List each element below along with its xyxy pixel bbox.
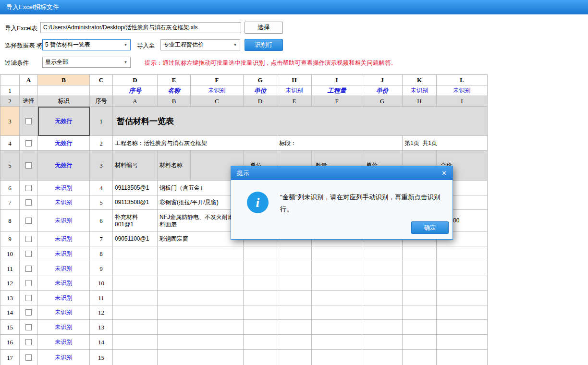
col-header-c[interactable]: C [90,75,113,85]
row-checkbox[interactable] [25,354,32,361]
code-cell[interactable] [113,335,158,350]
row-number-cell[interactable]: 4 [0,136,20,151]
label-cell[interactable]: A [113,96,158,107]
grid-cell[interactable] [403,276,437,291]
checkbox-cell[interactable] [20,350,38,365]
grid-cell[interactable] [362,305,403,320]
seq-cell[interactable]: 4 [90,181,113,195]
header-cell[interactable]: 材料名称 [158,151,191,181]
seq-cell[interactable]: 8 [90,246,113,261]
col-header-l[interactable]: L [437,75,488,85]
row-number-cell[interactable]: 13 [0,291,20,305]
label-cell[interactable]: D [244,96,277,107]
grid-cell[interactable] [362,350,403,365]
status-cell[interactable]: 未识别 [38,232,90,246]
grid-cell[interactable] [277,305,312,320]
ok-button[interactable]: 确定 [411,221,449,234]
status-cell[interactable]: 未识别 [38,350,90,365]
seq-cell[interactable]: 1 [90,107,113,136]
seq-cell[interactable]: 7 [90,232,113,246]
row-number-cell[interactable]: 12 [0,276,20,291]
seq-cell[interactable]: 11 [90,291,113,305]
col-header-g[interactable]: G [244,75,277,85]
label-cell[interactable]: 序号 [90,96,113,107]
row-number-cell[interactable]: 9 [0,232,20,246]
code-cell[interactable]: 09113505@1 [113,181,158,195]
grid-cell[interactable] [362,261,403,276]
checkbox-cell[interactable] [20,107,38,136]
mapping-cell[interactable]: 单位 [244,85,277,96]
grid-cell[interactable] [403,350,437,365]
grid-cell[interactable] [38,85,90,96]
grid-cell[interactable] [244,291,277,305]
status-cell[interactable]: 未识别 [38,246,90,261]
mapping-cell[interactable]: 未识别 [403,85,437,96]
mapping-cell[interactable]: 名称 [158,85,191,96]
grid-cell[interactable] [90,85,113,96]
status-cell[interactable]: 未识别 [38,320,90,335]
chevron-down-icon[interactable]: ▼ [232,40,239,50]
row-number-cell[interactable]: 14 [0,305,20,320]
grid-cell[interactable] [437,320,488,335]
page-cell[interactable]: 第1页 共1页 [403,136,488,151]
col-header-k[interactable]: K [403,75,437,85]
grid-cell[interactable] [437,350,488,365]
row-checkbox[interactable] [25,280,32,286]
row-checkbox[interactable] [25,199,32,206]
grid-cell[interactable] [437,305,488,320]
row-checkbox[interactable] [25,266,32,272]
col-header-j[interactable]: J [362,75,403,85]
grid-cell[interactable] [244,305,277,320]
row-number-cell[interactable]: 10 [0,246,20,261]
grid-cell[interactable] [437,276,488,291]
grid-cell[interactable] [277,276,312,291]
grid-cell[interactable] [312,291,362,305]
checkbox-cell[interactable] [20,195,38,210]
label-cell[interactable]: 选择 [20,96,38,107]
grid-cell[interactable] [244,335,277,350]
label-cell[interactable]: F [312,96,362,107]
checkbox-cell[interactable] [20,276,38,291]
grid-cell[interactable] [277,261,312,276]
row-number-cell[interactable]: 16 [0,335,20,350]
name-cell[interactable] [158,320,244,335]
status-cell[interactable]: 未识别 [38,210,90,232]
sheet-title-cell[interactable]: 暂估材料一览表 [113,107,488,136]
grid-cell[interactable] [362,335,403,350]
grid-cell[interactable] [244,246,277,261]
col-header-i[interactable]: I [312,75,362,85]
grid-cell[interactable] [362,320,403,335]
row-checkbox[interactable] [25,218,32,224]
label-cell[interactable]: G [362,96,403,107]
seq-cell[interactable]: 10 [90,276,113,291]
label-cell[interactable]: E [277,96,312,107]
seq-cell[interactable]: 12 [90,305,113,320]
grid-cell[interactable] [403,246,437,261]
code-cell[interactable]: 补充材料001@1 [113,210,158,232]
choose-file-button[interactable]: 选择 [245,22,283,34]
grid-cell[interactable] [403,261,437,276]
checkbox-cell[interactable] [20,151,38,181]
mapping-cell[interactable]: 单价 [362,85,403,96]
filter-select[interactable]: 显示全部 ▼ [42,57,131,68]
grid-cell[interactable] [277,320,312,335]
label-cell[interactable]: 标识 [38,96,90,107]
row-checkbox[interactable] [25,339,32,345]
label-cell[interactable]: C [191,96,244,107]
grid-cell[interactable] [362,276,403,291]
checkbox-cell[interactable] [20,246,38,261]
checkbox-cell[interactable] [20,320,38,335]
col-header-b[interactable]: B [38,75,90,85]
col-header-f[interactable]: F [191,75,244,85]
status-cell[interactable]: 未识别 [38,305,90,320]
code-cell[interactable] [113,261,158,276]
row-checkbox[interactable] [25,140,32,146]
col-header-a[interactable]: A [20,75,38,85]
row-checkbox[interactable] [25,324,32,330]
row-number-cell[interactable]: 2 [0,96,20,107]
checkbox-cell[interactable] [20,335,38,350]
checkbox-cell[interactable] [20,291,38,305]
code-cell[interactable] [113,276,158,291]
seq-cell[interactable]: 5 [90,195,113,210]
grid-cell[interactable] [312,335,362,350]
